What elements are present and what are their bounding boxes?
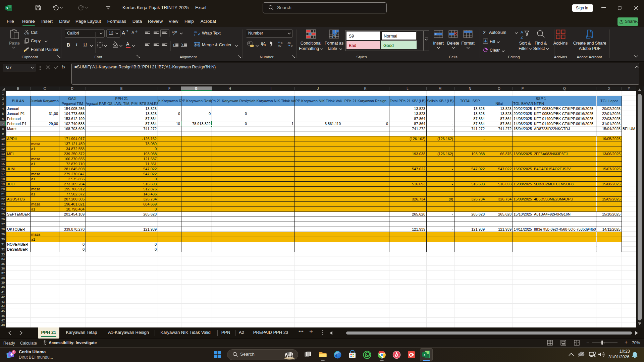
svg-text:.00: .00 <box>278 44 281 47</box>
svg-text:Z: Z <box>521 35 523 39</box>
svg-text:0: 0 <box>281 42 282 45</box>
svg-text:.00: .00 <box>287 42 290 45</box>
svg-text:x: x <box>6 6 8 10</box>
svg-text:x: x <box>424 353 426 357</box>
svg-text:c: c <box>194 33 195 36</box>
svg-text:1: 1 <box>13 351 15 354</box>
svg-text:0: 0 <box>291 44 292 47</box>
svg-text:A: A <box>521 30 523 34</box>
